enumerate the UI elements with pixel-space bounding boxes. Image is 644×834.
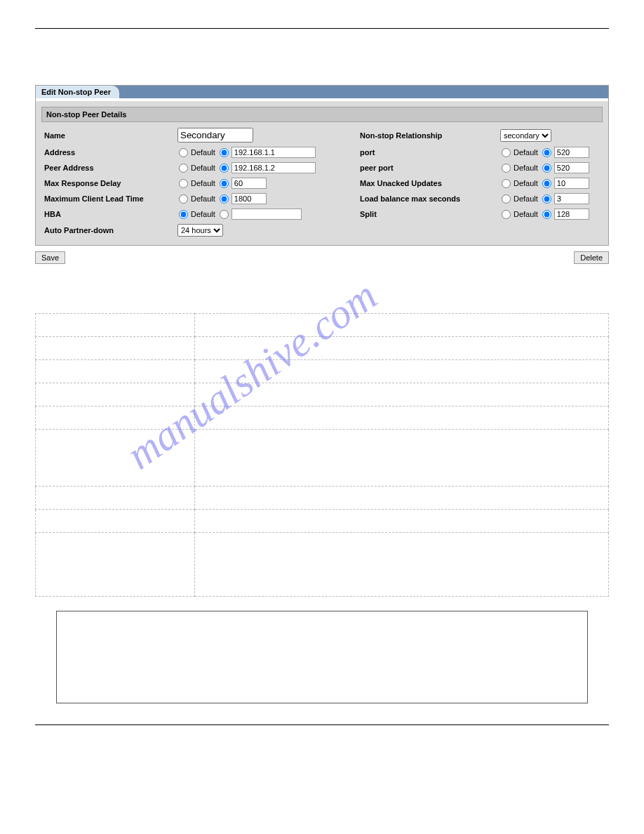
outlined-box [56, 611, 588, 703]
bottom-rule [35, 724, 609, 725]
label-max-unacked-updates: Max Unacked Updates [360, 179, 500, 187]
max-client-lead-time-custom-radio[interactable] [220, 194, 229, 204]
max-client-lead-time-default-label: Default [191, 194, 215, 203]
table-row [36, 510, 609, 533]
port-default-radio[interactable] [502, 148, 511, 157]
label-peer-address: Peer Address [44, 164, 177, 172]
max-unacked-updates-input[interactable] [554, 178, 589, 189]
table-row [36, 337, 609, 360]
description-table [35, 313, 609, 597]
load-balance-max-seconds-input[interactable] [554, 193, 589, 204]
label-auto-partner-down: Auto Partner-down [44, 226, 177, 234]
top-rule [35, 28, 609, 29]
table-row [36, 314, 609, 337]
peer-port-default-radio[interactable] [502, 164, 511, 173]
address-custom-radio[interactable] [220, 148, 229, 157]
relationship-select[interactable]: secondary [500, 129, 551, 142]
label-hba: HBA [44, 210, 177, 218]
hba-default-label: Default [191, 210, 215, 218]
auto-partner-down-select[interactable]: 24 hours [177, 224, 223, 237]
table-row [36, 406, 609, 430]
max-unacked-updates-default-radio[interactable] [502, 179, 511, 188]
label-name: Name [44, 131, 177, 140]
peer-port-custom-radio[interactable] [542, 164, 551, 173]
max-response-delay-input[interactable] [232, 178, 267, 189]
max-unacked-updates-custom-radio[interactable] [542, 179, 551, 188]
port-default-label: Default [514, 148, 538, 157]
max-client-lead-time-input[interactable] [232, 193, 267, 204]
peer-address-default-radio[interactable] [179, 164, 188, 173]
address-input[interactable] [232, 147, 316, 158]
table-row [36, 383, 609, 406]
address-default-label: Default [191, 148, 215, 157]
peer-port-default-label: Default [514, 164, 538, 172]
peer-address-default-label: Default [191, 164, 215, 172]
label-split: Split [360, 210, 500, 218]
label-max-response-delay: Max Response Delay [44, 179, 177, 187]
label-load-balance-max-seconds: Load balance max seconds [360, 194, 500, 203]
label-port: port [360, 148, 500, 157]
label-peer-port: peer port [360, 164, 500, 172]
table-row [36, 360, 609, 383]
tab-edit-nonstop-peer[interactable]: Edit Non-stop Peer [36, 86, 119, 98]
load-balance-max-seconds-default-radio[interactable] [502, 194, 511, 204]
section-title: Non-stop Peer Details [41, 107, 603, 122]
name-input[interactable] [177, 128, 253, 143]
split-input[interactable] [554, 208, 589, 220]
hba-input[interactable] [232, 208, 302, 220]
save-button[interactable]: Save [35, 251, 65, 264]
label-max-client-lead-time: Maximum Client Lead Time [44, 194, 177, 203]
load-balance-max-seconds-default-label: Default [514, 194, 538, 203]
tab-bar: Edit Non-stop Peer [36, 86, 608, 98]
table-row [36, 533, 609, 597]
max-response-delay-default-radio[interactable] [179, 179, 188, 188]
hba-default-radio[interactable] [179, 210, 188, 219]
peer-address-input[interactable] [232, 162, 316, 173]
delete-button[interactable]: Delete [574, 251, 609, 264]
max-response-delay-custom-radio[interactable] [220, 179, 229, 188]
hba-custom-radio[interactable] [220, 210, 229, 219]
peer-port-input[interactable] [554, 162, 589, 173]
label-relationship: Non-stop Relationship [360, 131, 500, 140]
address-default-radio[interactable] [179, 148, 188, 157]
split-default-radio[interactable] [502, 210, 511, 219]
label-address: Address [44, 148, 177, 157]
edit-nonstop-peer-panel: Edit Non-stop Peer Non-stop Peer Details… [35, 85, 609, 246]
max-response-delay-default-label: Default [191, 179, 215, 187]
table-row [36, 486, 609, 510]
max-client-lead-time-default-radio[interactable] [179, 194, 188, 204]
port-custom-radio[interactable] [542, 148, 551, 157]
table-row [36, 430, 609, 486]
peer-address-custom-radio[interactable] [220, 164, 229, 173]
split-custom-radio[interactable] [542, 210, 551, 219]
max-unacked-updates-default-label: Default [514, 179, 538, 187]
split-default-label: Default [514, 210, 538, 218]
port-input[interactable] [554, 147, 589, 158]
load-balance-max-seconds-custom-radio[interactable] [542, 194, 551, 204]
